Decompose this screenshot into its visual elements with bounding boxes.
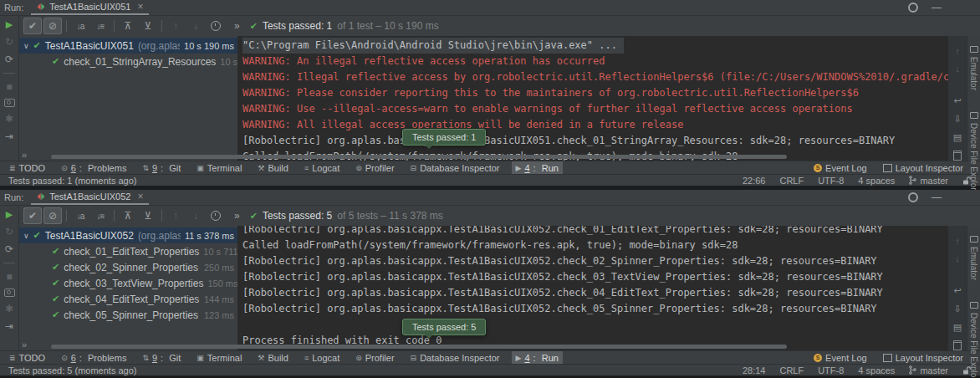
tool-window-button-device-file-explorer[interactable]: Device File Explorer (969, 302, 978, 378)
rerun-failed-tests-icon[interactable]: ↻ (5, 226, 13, 238)
more-icon[interactable]: » (234, 210, 240, 222)
test-tree-item[interactable]: ✔check_04_EditText_Properties144 ms (19, 291, 237, 307)
tool-window-button-event-log[interactable]: SEvent Log (809, 161, 871, 174)
soft-wrap-icon[interactable]: ↩ (953, 285, 961, 296)
test-tree-root[interactable]: ∨ ✔ TestA1BasicUIX052 (org.aplas.basica … (19, 227, 237, 243)
more-icon[interactable]: » (22, 150, 27, 160)
line-separator[interactable]: CRLF (779, 176, 804, 186)
rerun-failed-tests-icon[interactable]: ↻ (5, 36, 13, 48)
tool-window-button-database-inspector[interactable]: ⊟Database Inspector (406, 351, 504, 364)
tool-window-button-git[interactable]: ⇅9: Git (138, 351, 185, 364)
test-tree-item[interactable]: ✔check_05_Spinner_Properties123 ms (19, 307, 237, 323)
more-icon[interactable]: » (22, 340, 27, 350)
sort-by-duration-icon[interactable]: ↓≡ (91, 18, 110, 34)
rerun-icon[interactable]: ⟳ (5, 54, 13, 65)
show-ignored-icon[interactable]: ⊘ (43, 207, 62, 224)
run-tab[interactable]: TestA1BasicUIX051 × (31, 0, 149, 15)
tool-window-button-todo[interactable]: ≣TODO (5, 161, 49, 174)
tool-window-button-logcat[interactable]: ≡Logcat (300, 351, 344, 364)
test-tree-item[interactable]: ✔check_01_StringArray_Resources10 s 190 … (19, 54, 237, 69)
tool-window-button-run[interactable]: ▶4: Run (512, 351, 563, 364)
soft-wrap-icon[interactable]: ↩ (953, 95, 961, 106)
previous-occurrence-icon[interactable]: ↑ (166, 207, 185, 224)
down-icon[interactable]: ↓ (955, 253, 960, 263)
sort-by-duration-icon[interactable]: ↓≡ (91, 207, 110, 224)
git-branch-widget[interactable]: master (909, 365, 948, 375)
clear-all-icon[interactable] (953, 340, 962, 350)
file-encoding[interactable]: UTF-8 (818, 365, 844, 375)
show-passed-icon[interactable]: ✔ (23, 207, 42, 224)
tool-window-button-run[interactable]: ▶4: Run (512, 161, 563, 174)
rerun-icon[interactable]: ⟳ (5, 243, 13, 255)
tool-window-button-profiler[interactable]: ⊚Profiler (351, 161, 398, 174)
print-icon[interactable]: ▤ (953, 132, 962, 143)
collapse-all-icon[interactable]: ⊻ (139, 207, 157, 224)
minimize-icon[interactable]: — (932, 192, 942, 203)
show-ignored-icon[interactable]: ⊘ (43, 18, 62, 34)
exit-icon[interactable]: ⇥ (5, 130, 13, 142)
tool-window-button-layout-inspector[interactable]: Layout Inspector (879, 351, 967, 364)
chevron-down-icon[interactable]: ∨ (23, 232, 29, 240)
up-icon[interactable]: ↑ (955, 46, 960, 56)
collapse-all-icon[interactable]: ⊻ (139, 18, 157, 34)
print-icon[interactable]: ▤ (953, 322, 962, 333)
test-history-icon[interactable] (207, 18, 225, 34)
tool-window-button-build[interactable]: ⚒Build (253, 161, 293, 174)
run-tab[interactable]: TestA1BasicUIX052 × (31, 190, 149, 205)
up-icon[interactable]: ↑ (955, 236, 960, 246)
expand-all-icon[interactable]: ⊼ (119, 207, 137, 224)
expand-all-icon[interactable]: ⊼ (119, 18, 137, 34)
line-separator[interactable]: CRLF (779, 365, 804, 375)
test-history-icon[interactable] (207, 207, 225, 224)
clear-all-icon[interactable] (953, 151, 962, 161)
stop-icon[interactable]: ■ (6, 81, 12, 93)
console-output[interactable]: "C:\Program Files\Android\Android Studio… (237, 36, 948, 161)
test-tree-item[interactable]: ✔check_02_Spinner_Properties250 ms (19, 259, 237, 275)
git-branch-widget[interactable]: master (909, 176, 948, 186)
tool-window-button-logcat[interactable]: ≡Logcat (300, 161, 344, 174)
horizontal-scrollbar[interactable] (51, 345, 787, 349)
indent-setting[interactable]: 4 spaces (858, 365, 895, 375)
tool-window-button-git[interactable]: ⇅9: Git (138, 161, 185, 174)
tool-window-button-emulator[interactable]: Emulator (969, 236, 978, 280)
next-occurrence-icon[interactable]: ↓ (186, 207, 205, 224)
scroll-to-end-icon[interactable]: ⇩ (953, 114, 961, 125)
chevron-down-icon[interactable]: ∨ (23, 42, 29, 50)
more-icon[interactable]: » (234, 20, 240, 32)
test-tree-item[interactable]: ✔check_01_EditText_Properties10 s 711 ms (19, 243, 237, 259)
indent-setting[interactable]: 4 spaces (858, 176, 895, 186)
tool-window-button-layout-inspector[interactable]: Layout Inspector (879, 161, 967, 174)
minimize-icon[interactable]: — (932, 2, 942, 13)
exit-icon[interactable]: ⇥ (5, 320, 13, 332)
tool-window-button-profiler[interactable]: ⊚Profiler (351, 351, 398, 364)
close-icon[interactable]: × (137, 1, 143, 13)
file-encoding[interactable]: UTF-8 (818, 176, 844, 186)
caret-position[interactable]: 22:66 (743, 176, 766, 186)
close-icon[interactable]: × (137, 191, 143, 202)
tool-window-button-problems[interactable]: ⊙6: Problems (57, 351, 130, 364)
tool-window-button-database-inspector[interactable]: ⊟Database Inspector (406, 161, 504, 174)
console-output[interactable]: [Robolectric] org.aplas.basicappx.TestA1… (237, 226, 948, 350)
tool-window-button-todo[interactable]: ≣TODO (5, 351, 49, 364)
rerun-icon[interactable]: ▶ (6, 209, 13, 220)
tool-window-button-emulator[interactable]: Emulator (969, 46, 978, 90)
dump-threads-icon[interactable]: ✱ (5, 113, 13, 125)
next-occurrence-icon[interactable]: ↓ (186, 18, 205, 34)
tool-window-button-terminal[interactable]: ▣Terminal (192, 351, 246, 364)
tool-window-button-problems[interactable]: ⊙6: Problems (57, 161, 130, 174)
screenshot-icon[interactable] (4, 99, 15, 107)
gear-icon[interactable] (908, 3, 918, 13)
show-passed-icon[interactable]: ✔ (23, 18, 42, 34)
sort-alphabetically-icon[interactable]: ↓a (71, 207, 89, 224)
scroll-to-end-icon[interactable]: ⇩ (953, 304, 961, 314)
screenshot-icon[interactable] (4, 289, 15, 297)
caret-position[interactable]: 28:14 (743, 365, 766, 375)
tool-window-button-build[interactable]: ⚒Build (253, 351, 293, 364)
sort-alphabetically-icon[interactable]: ↓a (71, 18, 89, 34)
gear-icon[interactable] (908, 192, 918, 202)
dump-threads-icon[interactable]: ✱ (5, 303, 13, 314)
tool-window-button-terminal[interactable]: ▣Terminal (192, 161, 246, 174)
down-icon[interactable]: ↓ (955, 64, 960, 74)
tool-window-button-device-file-explorer[interactable]: Device File Explorer (969, 112, 978, 197)
rerun-icon[interactable]: ▶ (6, 19, 13, 30)
